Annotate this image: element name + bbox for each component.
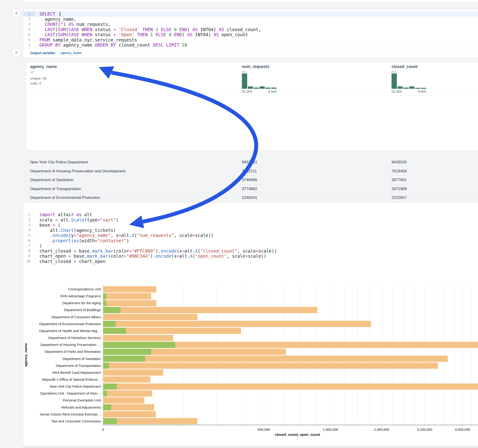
column-name[interactable]: agency_name (30, 64, 57, 69)
table-cell: Department of Sanitation (30, 176, 74, 184)
column-name[interactable]: num_requests (242, 64, 270, 69)
sql-cell-panel: 1⌄SELECT 2 agency_name,3 COUNT(*) AS num… (23, 9, 478, 58)
code-line: agency_name, (35, 17, 76, 22)
line-number-gutter: 4 (23, 27, 35, 32)
code-row[interactable]: 1import altair as alt (23, 212, 478, 217)
code-row[interactable]: 9chart_open = base.mark_bar(color="#8BC3… (23, 254, 478, 259)
line-number: 2 (28, 17, 31, 21)
table-cell: 3749485 (242, 176, 257, 184)
add-cell-button-top[interactable]: + (12, 9, 21, 18)
table-cell: 3677651 (391, 176, 407, 184)
code-row[interactable]: 2scale = alt.Scale(type="sqrt") (23, 217, 478, 223)
line-number-gutter: 4 (23, 228, 35, 233)
histogram-bar (254, 87, 259, 89)
code-row[interactable]: 5 .encode(y="agency_name", x=alt.X("num_… (23, 233, 478, 238)
column-name[interactable]: closed_count (391, 64, 418, 69)
code-line: base = ( (35, 222, 61, 228)
code-row[interactable]: 7) (23, 243, 478, 249)
code-row[interactable]: 4 alt.Chart(agency_tickets) (23, 228, 478, 233)
code-row[interactable]: 1⌄SELECT (23, 11, 478, 17)
code-line: COUNT(*) AS num_requests, (35, 22, 111, 27)
line-number: 1 (28, 212, 31, 217)
table-cell: Department of Environmental Protection (30, 193, 100, 202)
sql-code-editor[interactable]: 1⌄SELECT 2 agency_name,3 COUNT(*) AS num… (23, 11, 478, 48)
add-cell-button-output[interactable]: + (12, 48, 21, 57)
line-number: 6 (28, 37, 31, 42)
column-histogram (242, 74, 277, 89)
line-number-gutter: 3⌄ (23, 222, 35, 228)
line-number-gutter: 1 (23, 212, 35, 217)
line-number-gutter: 8 (23, 249, 35, 254)
previous-cell-bottom-edge (22, 0, 478, 2)
histogram-bar (415, 88, 420, 89)
code-line: GROUP BY agency_name ORDER BY closed_cou… (35, 42, 187, 48)
python-code-editor[interactable]: 1import altair as alt2scale = alt.Scale(… (23, 212, 478, 264)
code-row[interactable]: 4 CAST(SUM(CASE WHEN status = 'Closed' T… (23, 27, 478, 32)
line-number-gutter: 5 (23, 32, 35, 37)
code-row[interactable]: 6 .properties(width="container") (23, 238, 478, 243)
line-number: 5 (28, 32, 31, 37)
code-row[interactable]: 8chart_closed = base.mark_bar(color="#FF… (23, 249, 478, 254)
table-row[interactable]: Department of Housing Preservation and D… (26, 167, 478, 176)
code-line: chart_closed + chart_open (35, 259, 105, 264)
code-line: CAST(SUM(CASE WHEN status = 'Open' THEN … (35, 32, 248, 37)
chevron-down-icon[interactable]: ⌄ (31, 12, 34, 15)
line-number-gutter: 6 (23, 37, 35, 43)
table-cell: 3774892 (242, 185, 257, 193)
output-variable-row: Output variable: agency_tickets (23, 48, 478, 58)
chevron-down-icon[interactable]: ⌄ (31, 223, 34, 227)
line-number: 10 (26, 259, 31, 263)
line-number: 8 (28, 249, 31, 253)
table-row[interactable]: Department of Sanitation37494853677651 (26, 176, 478, 185)
code-line: CAST(SUM(CASE WHEN status = 'Closed' THE… (35, 27, 261, 32)
code-row[interactable]: 3 COUNT(*) AS num_requests, (23, 22, 478, 27)
code-row[interactable]: 10chart_closed + chart_open (23, 259, 478, 264)
histogram-bar (403, 87, 409, 89)
table-cell: 3471908 (391, 185, 407, 193)
code-row[interactable]: 2 agency_name, (23, 17, 478, 22)
line-number-gutter: 5 (23, 233, 35, 238)
line-number: 1 (28, 12, 31, 16)
line-number: 9 (28, 254, 31, 258)
column-type: i64 (242, 70, 246, 74)
line-number-gutter: 9 (23, 254, 35, 259)
histogram-bar (397, 87, 403, 89)
code-line: chart_open = base.mark_bar(color="#8BC34… (35, 254, 266, 259)
code-line: .properties(width="container") (35, 238, 129, 243)
line-number: 7 (28, 244, 31, 248)
histogram-max-label: 9.5e6 (242, 90, 277, 93)
line-number: 2 (28, 218, 31, 222)
table-row[interactable]: New York City Police Department945313194… (26, 158, 478, 167)
output-variable-pill[interactable]: agency_tickets (59, 50, 82, 56)
histogram-bar (421, 88, 426, 89)
column-type: i64 (391, 70, 396, 74)
table-body: New York City Police Department945313194… (26, 158, 478, 202)
header-divider (26, 96, 478, 96)
code-row[interactable]: 5 CAST(SUM(CASE WHEN status = 'Open' THE… (23, 32, 478, 37)
line-number: 3 (28, 22, 31, 26)
code-line: scale = alt.Scale(type="sqrt") (35, 217, 119, 223)
table-cell: 9453131 (242, 158, 257, 167)
table-cell: 9443533 (391, 158, 407, 167)
code-line: SELECT (35, 11, 60, 17)
line-number-gutter: 2 (23, 217, 35, 223)
line-number-gutter: 3 (23, 22, 35, 27)
table-row[interactable]: Department of Environmental Protection22… (26, 193, 478, 202)
table-cell: 7618456 (391, 167, 407, 176)
code-row[interactable]: 7GROUP BY agency_name ORDER BY closed_co… (23, 42, 478, 48)
column-stat: nulls: 0 (30, 81, 41, 85)
table-cell: 7782211 (242, 167, 257, 176)
histogram-bar (248, 87, 253, 89)
line-number: 3 (28, 223, 31, 227)
table-row[interactable]: Department of Transportation377489234719… (26, 185, 478, 193)
histogram-bar (391, 74, 397, 89)
line-number: 6 (28, 238, 31, 243)
histogram-bar (265, 87, 271, 89)
histogram-bar (409, 87, 415, 89)
output-variable-label: Output variable: (30, 51, 56, 55)
code-row[interactable]: 6FROM sample_data.nyc.service_requests (23, 37, 478, 43)
next-cell-top-edge (22, 446, 478, 448)
code-row[interactable]: 3⌄base = ( (23, 222, 478, 228)
table-cell: New York City Police Department (30, 158, 88, 167)
line-number-gutter: 6 (23, 238, 35, 243)
